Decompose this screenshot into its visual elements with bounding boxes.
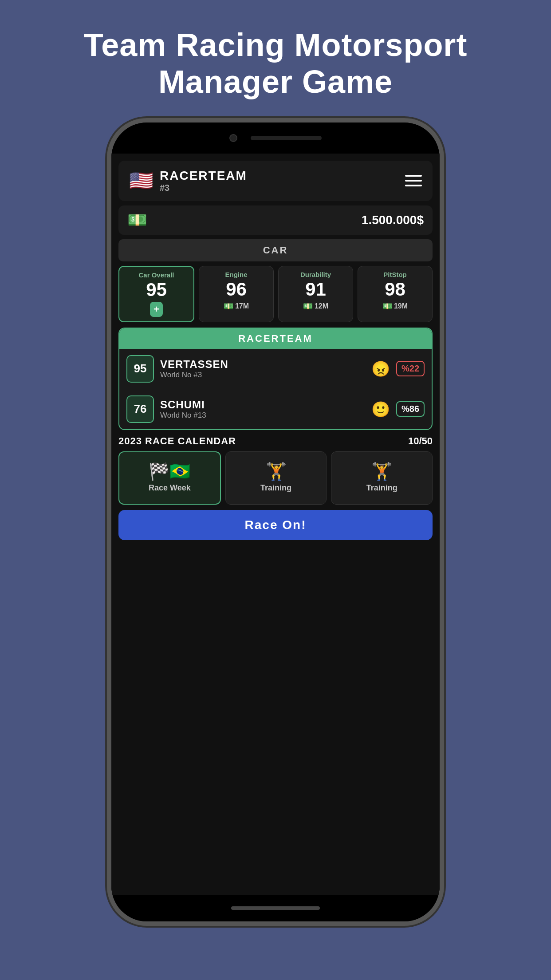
team-number: #3 xyxy=(160,183,247,193)
header-left: 🇺🇸 RACERTEAM #3 xyxy=(129,169,247,193)
car-overall-label: Car Overall xyxy=(123,271,190,279)
car-stats: Car Overall 95 + Engine 96 💵 17M xyxy=(118,266,433,322)
training-2-label: Training xyxy=(366,483,398,493)
balance-amount: 1.500.000$ xyxy=(362,213,424,227)
calendar-items: 🏁🇧🇷 Race Week 🏋 Training 🏋 Training xyxy=(118,451,433,505)
driver-rating-1: 95 xyxy=(126,355,154,383)
phone-screen: 🇺🇸 RACERTEAM #3 💵 1.500 xyxy=(111,154,440,895)
driver-info-2: SCHUMI World No #13 xyxy=(160,399,365,420)
engine-label: Engine xyxy=(203,271,270,278)
team-info: RACERTEAM #3 xyxy=(160,169,247,193)
upgrade-button[interactable]: + xyxy=(150,302,163,317)
app-header: 🇺🇸 RACERTEAM #3 xyxy=(118,161,433,201)
driver-mood-2: 🙂 xyxy=(371,400,390,418)
durability-cost: 💵 12M xyxy=(282,301,349,311)
phone-home-bar xyxy=(111,895,440,921)
training-2-icon: 🏋 xyxy=(371,463,392,480)
menu-line-3 xyxy=(405,185,422,186)
durability-label: Durability xyxy=(282,271,349,278)
pitstop-card: PitStop 98 💵 19M xyxy=(358,266,433,322)
menu-line-1 xyxy=(405,175,422,177)
pitstop-cost: 💵 19M xyxy=(362,301,429,311)
training-1-icon: 🏋 xyxy=(266,463,287,480)
calendar-progress: 10/50 xyxy=(408,435,433,447)
driver-row-schumi: 76 SCHUMI World No #13 🙂 %86 xyxy=(119,389,432,429)
cost-icon-pitstop: 💵 xyxy=(382,301,392,311)
durability-card: Durability 91 💵 12M xyxy=(278,266,353,322)
calendar-section: 2023 RACE CALENDAR 10/50 🏁🇧🇷 Race Week 🏋… xyxy=(118,435,433,505)
balance-bar: 💵 1.500.000$ xyxy=(118,205,433,235)
driver-rating-2: 76 xyxy=(126,395,154,423)
durability-value: 91 xyxy=(282,280,349,299)
team-section-header: RACERTEAM xyxy=(119,328,432,349)
driver-info-1: VERTASSEN World No #3 xyxy=(160,358,365,379)
car-overall-value: 95 xyxy=(123,281,190,299)
training-1-label: Training xyxy=(260,483,291,493)
cost-icon-engine: 💵 xyxy=(224,301,233,311)
pitstop-label: PitStop xyxy=(362,271,429,278)
app-title: Team Racing Motorsport Manager Game xyxy=(84,27,468,100)
driver-mood-1: 😠 xyxy=(371,360,390,378)
driver-row-vertassen: 95 VERTASSEN World No #3 😠 %22 xyxy=(119,349,432,389)
car-overall-card: Car Overall 95 + xyxy=(118,266,194,322)
menu-line-2 xyxy=(405,180,422,182)
calendar-item-race-week[interactable]: 🏁🇧🇷 Race Week xyxy=(118,451,221,505)
screen-content: 🇺🇸 RACERTEAM #3 💵 1.500 xyxy=(111,154,440,895)
driver-name-1: VERTASSEN xyxy=(160,358,365,371)
home-indicator xyxy=(231,906,320,910)
calendar-item-training-1[interactable]: 🏋 Training xyxy=(225,451,327,505)
driver-rank-1: World No #3 xyxy=(160,371,365,379)
money-icon: 💵 xyxy=(127,211,147,229)
calendar-item-training-2[interactable]: 🏋 Training xyxy=(331,451,433,505)
engine-cost: 💵 17M xyxy=(203,301,270,311)
team-name: RACERTEAM xyxy=(160,169,247,183)
cost-icon-durability: 💵 xyxy=(303,301,313,311)
phone-frame: 🇺🇸 RACERTEAM #3 💵 1.500 xyxy=(107,118,444,926)
speaker-icon xyxy=(251,136,322,140)
country-flag: 🇺🇸 xyxy=(129,171,153,190)
race-week-label: Race Week xyxy=(149,483,191,493)
driver-condition-1: %22 xyxy=(396,361,425,376)
team-section: RACERTEAM 95 VERTASSEN World No #3 😠 %22… xyxy=(118,328,433,430)
engine-card: Engine 96 💵 17M xyxy=(199,266,274,322)
car-section-header: CAR xyxy=(118,239,433,261)
pitstop-value: 98 xyxy=(362,280,429,299)
driver-condition-2: %86 xyxy=(396,401,425,417)
driver-name-2: SCHUMI xyxy=(160,399,365,411)
engine-value: 96 xyxy=(203,280,270,299)
driver-rank-2: World No #13 xyxy=(160,411,365,420)
menu-button[interactable] xyxy=(405,175,422,186)
calendar-title: 2023 RACE CALENDAR xyxy=(118,435,236,447)
race-on-button[interactable]: Race On! xyxy=(118,510,433,540)
phone-device: 🇺🇸 RACERTEAM #3 💵 1.500 xyxy=(107,118,444,926)
camera-icon xyxy=(229,134,237,142)
calendar-header: 2023 RACE CALENDAR 10/50 xyxy=(118,435,433,447)
race-week-icon: 🏁🇧🇷 xyxy=(149,463,190,480)
phone-notch xyxy=(111,122,440,154)
